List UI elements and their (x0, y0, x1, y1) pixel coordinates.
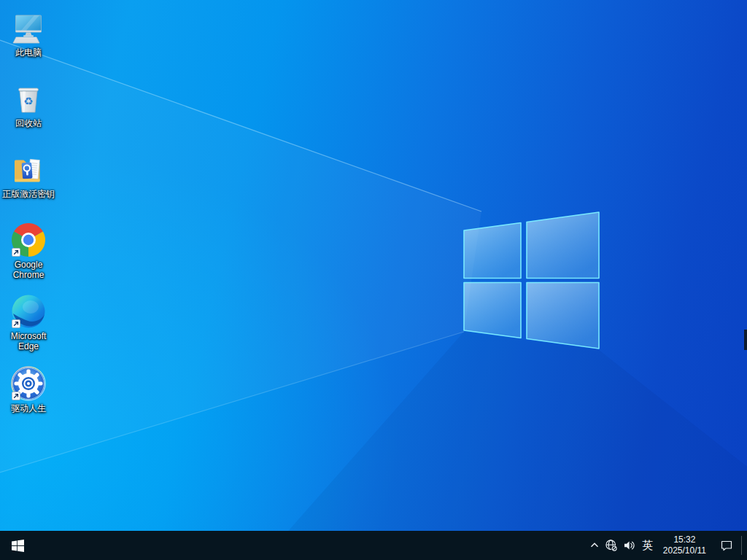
speaker-icon (622, 539, 635, 552)
desktop-icon-label: 此电脑 (15, 47, 42, 58)
shortcut-arrow-icon (12, 392, 20, 400)
recycle-bin-icon: ♻ (11, 81, 46, 116)
edge-icon (11, 294, 46, 329)
volume-button[interactable] (619, 531, 638, 560)
hidden-icons-button[interactable] (586, 531, 603, 560)
system-tray: 英 15:32 2025/10/11 (586, 531, 747, 560)
taskbar: 英 15:32 2025/10/11 (0, 531, 747, 560)
desktop-icon-label: 正版激活密钥 (2, 189, 55, 199)
svg-text:♻: ♻ (23, 95, 33, 108)
wallpaper-windows-logo (0, 0, 747, 560)
ime-indicator[interactable]: 英 (638, 531, 657, 560)
desktop-icon-microsoft-edge[interactable]: Microsoft Edge (1, 291, 56, 351)
yellow-folder-icon (11, 152, 46, 187)
desktop-icon-label: 驱动人生 (11, 403, 46, 413)
blue-gear-ring-icon (11, 366, 46, 401)
globe-offline-icon (605, 539, 618, 552)
start-button[interactable] (0, 531, 35, 560)
desktop-icon-activation-keys[interactable]: 正版激活密钥 (1, 149, 56, 199)
desktop-icon-label: 回收站 (15, 118, 42, 128)
desktop-icon-label: Microsoft Edge (1, 331, 56, 351)
network-status-button[interactable] (603, 531, 619, 560)
show-desktop-button[interactable] (742, 531, 747, 560)
taskbar-clock[interactable]: 15:32 2025/10/11 (657, 534, 712, 556)
shortcut-arrow-icon (12, 319, 20, 328)
right-edge-artifact (744, 330, 747, 350)
clock-time: 15:32 (663, 534, 706, 545)
desktop-icon-this-pc[interactable]: 此电脑 (1, 7, 56, 58)
desktop: 此电脑 ♻ 回收站 (0, 0, 747, 560)
windows-logo-icon (12, 540, 24, 552)
desktop-icon-recycle-bin[interactable]: ♻ 回收站 (1, 78, 56, 128)
desktop-icon-driver-life[interactable]: 驱动人生 (1, 363, 56, 413)
chrome-icon (11, 222, 46, 257)
desktop-icon-google-chrome[interactable]: Google Chrome (1, 219, 56, 280)
computer-monitor-icon (11, 10, 46, 45)
shortcut-arrow-icon (12, 248, 20, 257)
chevron-up-icon (589, 540, 600, 551)
action-center-button[interactable] (712, 531, 741, 560)
notification-bubble-icon (720, 539, 733, 552)
clock-date: 2025/10/11 (663, 545, 706, 556)
desktop-icon-label: Google Chrome (1, 260, 56, 280)
